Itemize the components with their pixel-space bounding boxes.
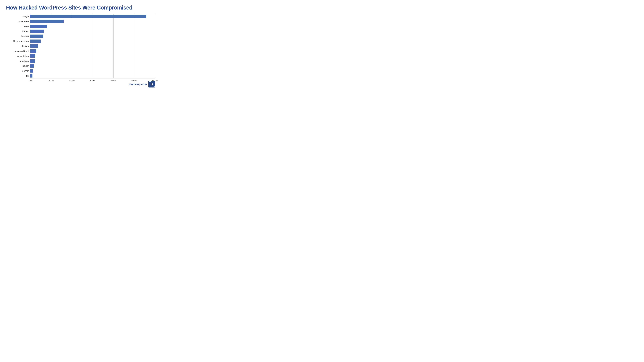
- y-label: theme: [6, 30, 29, 32]
- bar: [30, 54, 35, 58]
- bar-row: [30, 19, 155, 23]
- y-labels: pluginbrute forcecorethemehostingfile pe…: [6, 14, 30, 78]
- y-label: old files: [6, 45, 29, 47]
- bar: [30, 74, 32, 77]
- bar-row: [30, 54, 155, 58]
- bar-row: [30, 34, 155, 38]
- y-label: insider: [6, 65, 29, 67]
- y-label: phishing: [6, 60, 29, 62]
- y-label: brute force: [6, 20, 29, 22]
- y-label: ftp: [6, 75, 29, 77]
- brand-url: stablewp.com: [129, 83, 147, 86]
- grid-line: [155, 14, 155, 78]
- bar: [30, 29, 44, 33]
- bar: [30, 24, 47, 28]
- bar-row: [30, 44, 155, 48]
- brand-logo: S: [148, 81, 155, 87]
- bar: [30, 64, 34, 67]
- y-label: workstation: [6, 55, 29, 57]
- y-label: core: [6, 25, 29, 27]
- chart-title: How Hacked WordPress Sites Were Compromi…: [6, 4, 155, 11]
- x-label: 30.0%: [90, 79, 96, 82]
- bar-row: [30, 24, 155, 28]
- bar: [30, 69, 33, 72]
- x-axis: 0.0%10.0%20.0%30.0%40.0%50.0%60.0%: [30, 78, 155, 79]
- bar-row: [30, 14, 155, 18]
- x-label: 20.0%: [69, 79, 74, 82]
- branding: stablewp.com S: [6, 81, 155, 87]
- bar-row: [30, 29, 155, 33]
- y-label: plugin: [6, 15, 29, 17]
- x-label: 40.0%: [111, 79, 116, 82]
- x-label: 10.0%: [48, 79, 54, 82]
- bar: [30, 49, 36, 53]
- bars-container: [30, 14, 155, 78]
- y-label: password theft: [6, 50, 29, 52]
- x-label: 0.0%: [28, 79, 32, 82]
- y-label: file permissions: [6, 40, 29, 42]
- chart-area: pluginbrute forcecorethemehostingfile pe…: [6, 14, 155, 79]
- bar-row: [30, 49, 155, 53]
- bar-row: [30, 59, 155, 63]
- bar-row: [30, 74, 155, 78]
- bar-row: [30, 69, 155, 73]
- chart-body: pluginbrute forcecorethemehostingfile pe…: [6, 14, 155, 78]
- y-label: hosting: [6, 35, 29, 37]
- bar: [30, 39, 41, 43]
- bar-row: [30, 39, 155, 43]
- bar: [30, 44, 38, 48]
- bar-row: [30, 64, 155, 68]
- bar: [30, 59, 35, 63]
- bar: [30, 34, 43, 38]
- x-label: 50.0%: [132, 79, 137, 82]
- y-label: server: [6, 70, 29, 72]
- bar: [30, 19, 64, 23]
- bar: [30, 15, 146, 18]
